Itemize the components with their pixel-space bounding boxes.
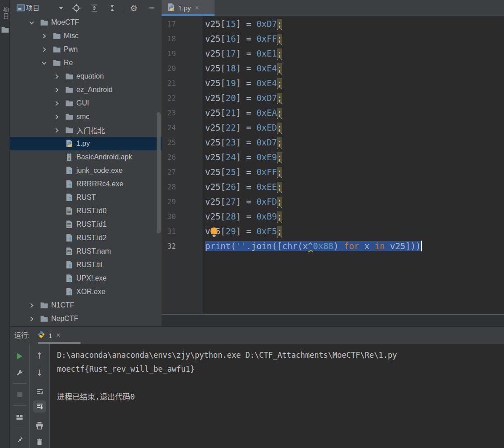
- tree-item-rust-id1[interactable]: RUST.id1: [10, 218, 162, 231]
- close-icon[interactable]: ×: [195, 4, 199, 12]
- code-line-19: v25[17] = 0xE1;: [162, 46, 504, 61]
- folder-icon: [65, 86, 74, 94]
- tree-item-basicandroid-apk[interactable]: BasicAndroid.apk: [10, 150, 162, 164]
- code-token: ] =: [236, 108, 257, 118]
- soft-wrap-icon[interactable]: [33, 386, 46, 397]
- intention-bulb-icon[interactable]: [209, 227, 219, 240]
- tree-item-smc[interactable]: smc: [10, 110, 162, 123]
- svg-text:?: ?: [68, 169, 71, 175]
- tree-item-rust-id0[interactable]: RUST.id0: [10, 204, 162, 218]
- wrench-icon[interactable]: [13, 367, 26, 378]
- tree-item-rust[interactable]: ?RUST: [10, 191, 162, 204]
- console-output[interactable]: D:\anaconda\anaconda\envs\zjy\python.exe…: [50, 344, 504, 448]
- code-token: 0xFF: [256, 34, 277, 44]
- chevron-right-icon[interactable]: [53, 113, 60, 120]
- run-tab[interactable]: 1 ×: [38, 327, 61, 344]
- code-token: 0xD7: [256, 93, 277, 103]
- warning-semicolon: ;: [277, 211, 282, 221]
- scroll-end-icon[interactable]: [33, 400, 46, 413]
- project-window-icon[interactable]: [14, 0, 27, 16]
- expand-all-icon[interactable]: [88, 0, 101, 16]
- tree-item-gui[interactable]: GUI: [10, 97, 162, 110]
- chevron-right-icon[interactable]: [53, 100, 60, 107]
- chevron-right-icon[interactable]: [53, 127, 60, 134]
- tree-item-1-py[interactable]: 1.py: [10, 137, 162, 150]
- console-toolbar: ↑↓: [30, 344, 50, 448]
- code-token: ): [333, 241, 344, 251]
- code-line-22: v25[20] = 0xD7;: [162, 91, 504, 105]
- tree-item-label: Misc: [64, 32, 79, 40]
- code-token: ^: [308, 241, 313, 251]
- layout-icon[interactable]: [13, 412, 26, 422]
- warning-semicolon: ;: [277, 63, 282, 73]
- tree-item-label: 入门指北: [76, 125, 105, 136]
- tree-item-junk_code-exe[interactable]: ?junk_code.exe: [10, 164, 162, 177]
- svg-text:?: ?: [68, 196, 71, 202]
- editor-tab-1py[interactable]: 1.py ×: [162, 0, 215, 16]
- code-token: 20: [226, 93, 236, 103]
- code-token: 16: [226, 34, 236, 44]
- chevron-down-icon[interactable]: [55, 0, 67, 16]
- tool-window-stripe-label[interactable]: 项目: [1, 6, 10, 20]
- tree-item-rust-nam[interactable]: RUST.nam: [10, 245, 162, 258]
- arrow-up-icon[interactable]: ↑: [33, 350, 46, 361]
- chevron-down-icon[interactable]: [40, 59, 48, 66]
- code-editor[interactable]: 17v25[15] = 0xD7;18v25[16] = 0xFF;19v25[…: [162, 16, 504, 314]
- code-line-26: v25[24] = 0xE9;: [162, 150, 504, 165]
- code-token: 0xE9: [256, 152, 277, 162]
- close-icon[interactable]: ×: [56, 332, 60, 339]
- tree-item-xor-exe[interactable]: ?XOR.exe: [10, 285, 162, 299]
- locate-file-icon[interactable]: [70, 0, 83, 16]
- code-token: chr: [282, 241, 298, 251]
- tree-item--[interactable]: 入门指北: [10, 123, 162, 137]
- run-label: 运行:: [14, 327, 30, 344]
- rerun-play-icon[interactable]: [13, 351, 26, 361]
- printer-icon[interactable]: [33, 420, 46, 431]
- chevron-right-icon[interactable]: [53, 73, 60, 80]
- tree-item-n1ctf[interactable]: N1CTF: [10, 299, 162, 312]
- toolbar-divider: [13, 427, 26, 427]
- tree-item-moectf[interactable]: MoeCTF: [10, 16, 162, 29]
- tree-item-pwn[interactable]: Pwn: [10, 43, 162, 56]
- tree-item-ez_android[interactable]: ez_Android: [10, 83, 162, 97]
- tree-item-equation[interactable]: equation: [10, 70, 162, 83]
- tree-item-re[interactable]: Re: [10, 56, 162, 70]
- trash-icon[interactable]: [33, 436, 46, 447]
- tree-item-rrrrrc4-exe[interactable]: ?RRRRRc4.exe: [10, 177, 162, 191]
- tree-item-label: RRRRRc4.exe: [76, 180, 123, 188]
- code-line-21: v25[19] = 0xE4;: [162, 76, 504, 91]
- chevron-right-icon[interactable]: [28, 302, 35, 309]
- chevron-right-icon[interactable]: [40, 32, 48, 40]
- warning-semicolon: ;: [277, 78, 282, 88]
- tree-item-rust-id2[interactable]: ?RUST.id2: [10, 231, 162, 245]
- chevron-down-icon[interactable]: [28, 19, 35, 26]
- folder-icon[interactable]: [1, 26, 9, 35]
- code-line-28: v25[26] = 0xEE;: [162, 180, 504, 194]
- collapse-all-icon[interactable]: [106, 0, 118, 16]
- code-line-20: v25[18] = 0xE4;: [162, 61, 504, 76]
- warning-semicolon: ;: [277, 93, 282, 103]
- selected-code: print(''.join([chr(x^0x88) for x in v25]…: [205, 241, 421, 251]
- tree-item-label: NepCTF: [51, 315, 78, 323]
- toolbar-divider: [13, 383, 26, 384]
- svg-text:?: ?: [68, 183, 71, 188]
- gear-icon[interactable]: ⚙: [127, 0, 140, 16]
- code-line-23: v25[21] = 0xEA;: [162, 105, 504, 120]
- chevron-right-icon[interactable]: [40, 46, 48, 53]
- tree-item-rust-til[interactable]: ?RUST.til: [10, 258, 162, 272]
- stop-icon[interactable]: [13, 389, 26, 400]
- code-token: 0xF5: [256, 226, 277, 236]
- chevron-right-icon[interactable]: [28, 315, 35, 322]
- hide-panel-icon[interactable]: [145, 0, 158, 16]
- tree-item-misc[interactable]: Misc: [10, 29, 162, 43]
- tree-item-upx-exe[interactable]: ?UPX!.exe: [10, 272, 162, 285]
- code-token: ] =: [236, 211, 257, 221]
- tree-scrollbar[interactable]: [157, 112, 161, 233]
- code-token: 0xE1: [256, 48, 277, 58]
- project-tool-title[interactable]: 项目: [26, 0, 39, 16]
- chevron-right-icon[interactable]: [53, 86, 60, 93]
- arrow-down-icon[interactable]: ↓: [33, 367, 46, 378]
- tree-item-nepctf[interactable]: NepCTF: [10, 312, 162, 325]
- pin-icon[interactable]: [13, 434, 26, 444]
- top-toolbar: 项目 ⚙ 1.py ×: [10, 0, 504, 16]
